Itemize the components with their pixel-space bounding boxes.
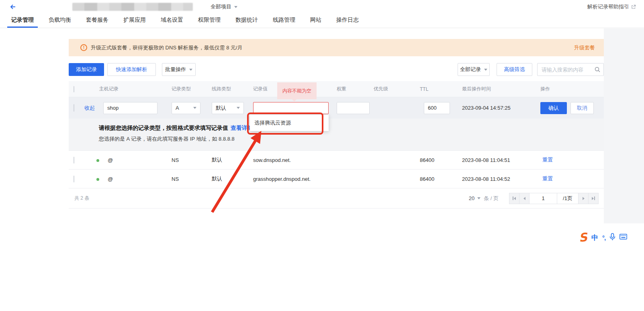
page-size-unit: 条 / 页 <box>484 195 499 202</box>
prev-page-button[interactable] <box>519 193 530 204</box>
search-box <box>537 63 604 76</box>
line-value: 默认 <box>212 175 253 182</box>
tab-website[interactable]: 网站 <box>310 13 321 28</box>
record-help-panel: 请根据您选择的记录类型，按照格式要求填写记录值 查看详细指引 您选择的是 A 记… <box>69 119 604 151</box>
select-all-checkbox[interactable] <box>74 86 74 92</box>
tab-domain-settings[interactable]: 域名设置 <box>161 13 183 28</box>
ttl-input[interactable] <box>424 102 450 114</box>
page-input[interactable] <box>529 193 557 204</box>
help-guide-link[interactable]: 解析记录帮助指引 <box>587 3 636 10</box>
page-size-select[interactable]: 20 <box>469 195 480 201</box>
collapse-link[interactable]: 收起 <box>84 104 95 112</box>
column-header-action: 操作 <box>540 86 604 92</box>
column-header-line: 线路类型 <box>212 86 253 92</box>
batch-ops-button[interactable]: 批量操作 <box>162 63 196 76</box>
reset-link[interactable]: 重置 <box>542 176 553 182</box>
line-type-select[interactable]: 默认 <box>212 102 244 114</box>
tab-line-management[interactable]: 线路管理 <box>273 13 295 28</box>
total-count: 共 2 条 <box>74 195 89 202</box>
keyboard-icon[interactable] <box>619 234 627 241</box>
search-icon[interactable] <box>595 67 600 74</box>
ime-bar: S 中 °, <box>579 232 627 243</box>
record-type-value: A <box>176 105 179 111</box>
chevron-down-icon <box>484 69 487 71</box>
validation-tooltip: 内容不能为空 <box>277 82 317 99</box>
page-total: /1页 <box>557 193 579 204</box>
tab-permissions[interactable]: 权限管理 <box>198 13 221 28</box>
arrow-left-icon <box>9 3 16 10</box>
type-value: NS <box>172 157 212 163</box>
project-selector[interactable]: 全部项目 <box>211 3 237 10</box>
edit-record-row: 收起 A 默认 2023-09-04 14:57:25 确 <box>69 97 604 119</box>
ime-language-toggle[interactable]: 中 <box>591 233 598 242</box>
batch-ops-label: 批量操作 <box>165 66 186 73</box>
row-checkbox[interactable] <box>74 157 74 164</box>
tab-plan-service[interactable]: 套餐服务 <box>86 13 108 28</box>
tab-bar: 记录管理 负载均衡 套餐服务 扩展应用 域名设置 权限管理 数据统计 线路管理 … <box>0 14 644 28</box>
time-value: 2023-08-08 11:04:52 <box>462 176 540 182</box>
chevron-down-icon <box>234 6 237 8</box>
host-value: @ <box>108 157 113 163</box>
line-type-value: 默认 <box>216 104 226 112</box>
table-row: @ NS 默认 sow.dnspod.net. 86400 2023-08-08… <box>69 151 604 170</box>
row-checkbox[interactable] <box>74 176 74 182</box>
record-type-select[interactable]: A <box>172 102 200 114</box>
chevron-down-icon <box>193 107 196 109</box>
tab-record-management[interactable]: 记录管理 <box>11 13 34 28</box>
help-title: 请根据您选择的记录类型，按照格式要求填写记录值 <box>99 125 228 132</box>
domain-name-blurred <box>72 3 193 11</box>
table-row: @ NS 默认 grasshopper.dnspod.net. 86400 20… <box>69 170 604 188</box>
add-record-button[interactable]: 添加记录 <box>69 63 104 76</box>
tab-extensions[interactable]: 扩展应用 <box>123 13 146 28</box>
external-link-icon <box>631 4 636 9</box>
ime-punctuation-icon[interactable]: °, <box>602 234 605 241</box>
column-header-priority: 优先级 <box>374 86 420 92</box>
status-dot <box>96 178 99 181</box>
quick-add-button[interactable]: 快速添加解析 <box>107 63 156 76</box>
upgrade-banner: ! 升级正式版套餐，获得更极致的 DNS 解析服务，最低仅需 8 元/月 升级套… <box>69 39 604 56</box>
confirm-button[interactable]: 确认 <box>540 102 567 114</box>
line-value: 默认 <box>212 156 253 164</box>
table-toolbar: 添加记录 快速添加解析 批量操作 全部记录 高级筛选 <box>69 63 604 76</box>
status-dot <box>96 159 99 162</box>
record-filter-label: 全部记录 <box>460 66 481 73</box>
next-page-button[interactable] <box>578 193 589 204</box>
chevron-down-icon <box>237 107 240 109</box>
advanced-filter-button[interactable]: 高级筛选 <box>497 63 532 76</box>
column-header-time: 最后操作时间 <box>462 86 540 92</box>
cancel-button[interactable]: 取消 <box>570 102 594 114</box>
row-checkbox[interactable] <box>74 104 74 112</box>
edit-row-time: 2023-09-04 14:57:25 <box>462 105 540 111</box>
type-value: NS <box>172 176 212 182</box>
records-table: 主机记录 记录类型 线路类型 记录值 权重 优先级 TTL 最后操作时间 操作 … <box>69 81 604 209</box>
back-button[interactable] <box>9 3 17 11</box>
resource-dropdown-option[interactable]: 选择腾讯云资源 <box>250 115 329 131</box>
ttl-value: 86400 <box>420 176 462 182</box>
record-value: grasshopper.dnspod.net. <box>253 176 337 182</box>
tab-operation-log[interactable]: 操作日志 <box>336 13 359 28</box>
search-input[interactable] <box>537 63 604 76</box>
chevron-down-icon <box>477 197 480 199</box>
microphone-icon[interactable] <box>609 233 615 242</box>
first-page-button[interactable] <box>509 193 519 204</box>
upgrade-plan-link[interactable]: 升级套餐 <box>574 44 595 51</box>
warning-icon: ! <box>80 44 87 51</box>
weight-input[interactable] <box>337 102 370 114</box>
record-value-input[interactable] <box>253 102 329 114</box>
sogou-logo[interactable]: S <box>579 231 588 243</box>
tab-statistics[interactable]: 数据统计 <box>235 13 258 28</box>
pagination: /1页 <box>509 193 599 204</box>
main-content: ! 升级正式版套餐，获得更极致的 DNS 解析服务，最低仅需 8 元/月 升级套… <box>69 28 604 209</box>
time-value: 2023-08-08 11:04:51 <box>462 157 540 163</box>
reset-link[interactable]: 重置 <box>542 157 553 163</box>
table-footer: 共 2 条 20 条 / 页 /1页 <box>69 188 604 209</box>
chevron-down-icon <box>189 69 192 71</box>
record-filter-select[interactable]: 全部记录 <box>458 63 490 76</box>
banner-text: 升级正式版套餐，获得更极致的 DNS 解析服务，最低仅需 8 元/月 <box>91 44 243 51</box>
tab-load-balancing[interactable]: 负载均衡 <box>49 13 71 28</box>
host-input[interactable] <box>103 102 157 114</box>
table-header-row: 主机记录 记录类型 线路类型 记录值 权重 优先级 TTL 最后操作时间 操作 <box>69 81 604 97</box>
last-page-button[interactable] <box>588 193 599 204</box>
column-header-ttl: TTL <box>420 86 462 92</box>
column-header-weight: 权重 <box>337 86 374 92</box>
